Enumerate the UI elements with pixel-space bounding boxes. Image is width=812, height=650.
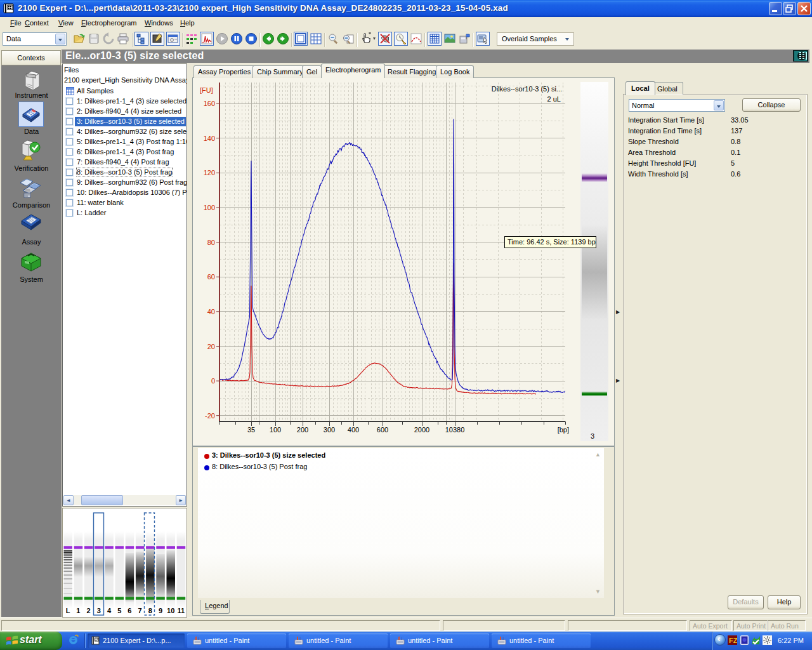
svg-text:160: 160 — [204, 100, 215, 107]
svg-text:10380: 10380 — [445, 426, 465, 434]
svg-text:600: 600 — [377, 426, 388, 434]
svg-text:-20: -20 — [205, 412, 215, 420]
svg-text:35: 35 — [247, 426, 255, 434]
svg-text:3: 3 — [97, 607, 101, 614]
svg-text:2 uL: 2 uL — [547, 95, 561, 103]
svg-text:9: 9 — [159, 607, 162, 614]
svg-text:10: 10 — [167, 607, 174, 614]
svg-text:5: 5 — [117, 607, 121, 614]
svg-text:[FU]: [FU] — [200, 86, 213, 94]
svg-text:1: 1 — [76, 607, 80, 614]
svg-text:FZ: FZ — [729, 637, 737, 644]
svg-text:7: 7 — [138, 607, 142, 614]
svg-text:140: 140 — [204, 135, 215, 142]
svg-text:0: 0 — [211, 377, 215, 385]
svg-text:L: L — [66, 607, 70, 614]
svg-text:40: 40 — [207, 308, 215, 315]
svg-text:Dilkes--sor10-3 (5) si...: Dilkes--sor10-3 (5) si... — [492, 85, 562, 93]
svg-text:6: 6 — [128, 607, 131, 614]
svg-text:2: 2 — [87, 607, 91, 614]
svg-text:8: 8 — [148, 607, 152, 614]
svg-text:100: 100 — [270, 426, 281, 434]
svg-text:400: 400 — [348, 426, 359, 434]
svg-text:11: 11 — [178, 607, 185, 614]
svg-text:2000: 2000 — [414, 426, 429, 434]
svg-text:200: 200 — [297, 426, 308, 434]
svg-text:100: 100 — [204, 204, 215, 211]
svg-text:300: 300 — [324, 426, 335, 434]
svg-text:120: 120 — [204, 169, 215, 176]
svg-text:20: 20 — [207, 343, 215, 350]
svg-text:80: 80 — [207, 239, 215, 246]
svg-text:[bp]: [bp] — [558, 426, 569, 434]
svg-text:4: 4 — [107, 607, 112, 614]
svg-text:60: 60 — [207, 273, 215, 281]
